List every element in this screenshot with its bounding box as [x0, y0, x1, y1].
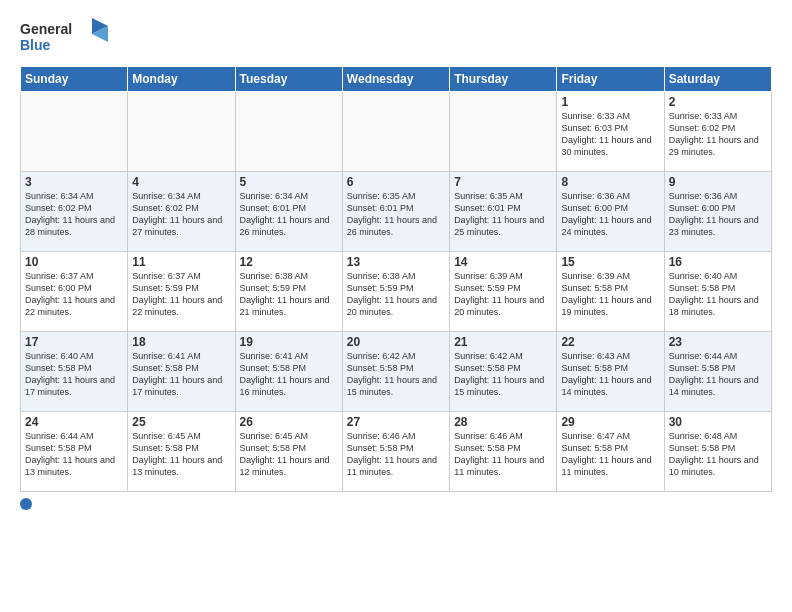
- day-info: Sunrise: 6:36 AM Sunset: 6:00 PM Dayligh…: [561, 190, 659, 239]
- calendar-cell: 9Sunrise: 6:36 AM Sunset: 6:00 PM Daylig…: [664, 172, 771, 252]
- day-info: Sunrise: 6:42 AM Sunset: 5:58 PM Dayligh…: [454, 350, 552, 399]
- logo-area: General Blue: [20, 16, 110, 60]
- day-info: Sunrise: 6:44 AM Sunset: 5:58 PM Dayligh…: [669, 350, 767, 399]
- calendar-cell: 17Sunrise: 6:40 AM Sunset: 5:58 PM Dayli…: [21, 332, 128, 412]
- calendar-cell: 11Sunrise: 6:37 AM Sunset: 5:59 PM Dayli…: [128, 252, 235, 332]
- day-info: Sunrise: 6:44 AM Sunset: 5:58 PM Dayligh…: [25, 430, 123, 479]
- day-number: 5: [240, 175, 338, 189]
- day-info: Sunrise: 6:41 AM Sunset: 5:58 PM Dayligh…: [132, 350, 230, 399]
- calendar-cell: 6Sunrise: 6:35 AM Sunset: 6:01 PM Daylig…: [342, 172, 449, 252]
- day-of-week-header: Saturday: [664, 67, 771, 92]
- day-number: 12: [240, 255, 338, 269]
- calendar-cell: 24Sunrise: 6:44 AM Sunset: 5:58 PM Dayli…: [21, 412, 128, 492]
- day-number: 6: [347, 175, 445, 189]
- day-info: Sunrise: 6:33 AM Sunset: 6:02 PM Dayligh…: [669, 110, 767, 159]
- calendar-week-row: 3Sunrise: 6:34 AM Sunset: 6:02 PM Daylig…: [21, 172, 772, 252]
- calendar-cell: 5Sunrise: 6:34 AM Sunset: 6:01 PM Daylig…: [235, 172, 342, 252]
- day-info: Sunrise: 6:48 AM Sunset: 5:58 PM Dayligh…: [669, 430, 767, 479]
- day-number: 1: [561, 95, 659, 109]
- calendar-cell: 7Sunrise: 6:35 AM Sunset: 6:01 PM Daylig…: [450, 172, 557, 252]
- svg-text:General: General: [20, 21, 72, 37]
- calendar-cell: [235, 92, 342, 172]
- day-info: Sunrise: 6:45 AM Sunset: 5:58 PM Dayligh…: [240, 430, 338, 479]
- day-info: Sunrise: 6:38 AM Sunset: 5:59 PM Dayligh…: [347, 270, 445, 319]
- calendar-cell: 8Sunrise: 6:36 AM Sunset: 6:00 PM Daylig…: [557, 172, 664, 252]
- day-number: 27: [347, 415, 445, 429]
- day-of-week-header: Wednesday: [342, 67, 449, 92]
- day-number: 10: [25, 255, 123, 269]
- day-info: Sunrise: 6:37 AM Sunset: 5:59 PM Dayligh…: [132, 270, 230, 319]
- day-info: Sunrise: 6:33 AM Sunset: 6:03 PM Dayligh…: [561, 110, 659, 159]
- day-info: Sunrise: 6:40 AM Sunset: 5:58 PM Dayligh…: [669, 270, 767, 319]
- day-number: 8: [561, 175, 659, 189]
- calendar-cell: 22Sunrise: 6:43 AM Sunset: 5:58 PM Dayli…: [557, 332, 664, 412]
- calendar-cell: 13Sunrise: 6:38 AM Sunset: 5:59 PM Dayli…: [342, 252, 449, 332]
- day-number: 13: [347, 255, 445, 269]
- day-info: Sunrise: 6:35 AM Sunset: 6:01 PM Dayligh…: [347, 190, 445, 239]
- day-number: 16: [669, 255, 767, 269]
- calendar-cell: 2Sunrise: 6:33 AM Sunset: 6:02 PM Daylig…: [664, 92, 771, 172]
- daylight-dot: [20, 498, 32, 510]
- calendar-cell: 3Sunrise: 6:34 AM Sunset: 6:02 PM Daylig…: [21, 172, 128, 252]
- day-info: Sunrise: 6:36 AM Sunset: 6:00 PM Dayligh…: [669, 190, 767, 239]
- day-info: Sunrise: 6:34 AM Sunset: 6:01 PM Dayligh…: [240, 190, 338, 239]
- day-number: 9: [669, 175, 767, 189]
- day-number: 30: [669, 415, 767, 429]
- day-number: 17: [25, 335, 123, 349]
- day-number: 24: [25, 415, 123, 429]
- calendar-cell: 4Sunrise: 6:34 AM Sunset: 6:02 PM Daylig…: [128, 172, 235, 252]
- calendar-week-row: 24Sunrise: 6:44 AM Sunset: 5:58 PM Dayli…: [21, 412, 772, 492]
- calendar-cell: 12Sunrise: 6:38 AM Sunset: 5:59 PM Dayli…: [235, 252, 342, 332]
- day-info: Sunrise: 6:34 AM Sunset: 6:02 PM Dayligh…: [25, 190, 123, 239]
- calendar-cell: [450, 92, 557, 172]
- day-info: Sunrise: 6:46 AM Sunset: 5:58 PM Dayligh…: [347, 430, 445, 479]
- calendar-cell: 23Sunrise: 6:44 AM Sunset: 5:58 PM Dayli…: [664, 332, 771, 412]
- day-of-week-header: Friday: [557, 67, 664, 92]
- day-number: 25: [132, 415, 230, 429]
- calendar-cell: 27Sunrise: 6:46 AM Sunset: 5:58 PM Dayli…: [342, 412, 449, 492]
- day-info: Sunrise: 6:37 AM Sunset: 6:00 PM Dayligh…: [25, 270, 123, 319]
- day-info: Sunrise: 6:39 AM Sunset: 5:59 PM Dayligh…: [454, 270, 552, 319]
- day-number: 29: [561, 415, 659, 429]
- calendar-cell: [21, 92, 128, 172]
- calendar-cell: 28Sunrise: 6:46 AM Sunset: 5:58 PM Dayli…: [450, 412, 557, 492]
- day-number: 23: [669, 335, 767, 349]
- day-number: 2: [669, 95, 767, 109]
- calendar-cell: 26Sunrise: 6:45 AM Sunset: 5:58 PM Dayli…: [235, 412, 342, 492]
- day-info: Sunrise: 6:38 AM Sunset: 5:59 PM Dayligh…: [240, 270, 338, 319]
- calendar-cell: 29Sunrise: 6:47 AM Sunset: 5:58 PM Dayli…: [557, 412, 664, 492]
- day-info: Sunrise: 6:45 AM Sunset: 5:58 PM Dayligh…: [132, 430, 230, 479]
- day-info: Sunrise: 6:46 AM Sunset: 5:58 PM Dayligh…: [454, 430, 552, 479]
- day-info: Sunrise: 6:42 AM Sunset: 5:58 PM Dayligh…: [347, 350, 445, 399]
- day-number: 11: [132, 255, 230, 269]
- day-info: Sunrise: 6:34 AM Sunset: 6:02 PM Dayligh…: [132, 190, 230, 239]
- day-of-week-header: Sunday: [21, 67, 128, 92]
- footer: [20, 498, 772, 510]
- day-number: 18: [132, 335, 230, 349]
- calendar-week-row: 17Sunrise: 6:40 AM Sunset: 5:58 PM Dayli…: [21, 332, 772, 412]
- page: General Blue SundayMondayTuesdayWednesda…: [0, 0, 792, 520]
- header: General Blue: [20, 16, 772, 60]
- calendar-cell: 1Sunrise: 6:33 AM Sunset: 6:03 PM Daylig…: [557, 92, 664, 172]
- calendar-cell: 30Sunrise: 6:48 AM Sunset: 5:58 PM Dayli…: [664, 412, 771, 492]
- calendar-cell: 19Sunrise: 6:41 AM Sunset: 5:58 PM Dayli…: [235, 332, 342, 412]
- day-number: 20: [347, 335, 445, 349]
- day-of-week-header: Tuesday: [235, 67, 342, 92]
- day-info: Sunrise: 6:41 AM Sunset: 5:58 PM Dayligh…: [240, 350, 338, 399]
- day-number: 22: [561, 335, 659, 349]
- calendar-cell: [342, 92, 449, 172]
- calendar-cell: [128, 92, 235, 172]
- day-number: 14: [454, 255, 552, 269]
- day-number: 19: [240, 335, 338, 349]
- calendar-cell: 14Sunrise: 6:39 AM Sunset: 5:59 PM Dayli…: [450, 252, 557, 332]
- day-number: 7: [454, 175, 552, 189]
- day-of-week-header: Monday: [128, 67, 235, 92]
- svg-text:Blue: Blue: [20, 37, 51, 53]
- calendar-cell: 20Sunrise: 6:42 AM Sunset: 5:58 PM Dayli…: [342, 332, 449, 412]
- calendar-cell: 21Sunrise: 6:42 AM Sunset: 5:58 PM Dayli…: [450, 332, 557, 412]
- calendar-cell: 10Sunrise: 6:37 AM Sunset: 6:00 PM Dayli…: [21, 252, 128, 332]
- day-number: 21: [454, 335, 552, 349]
- calendar-week-row: 1Sunrise: 6:33 AM Sunset: 6:03 PM Daylig…: [21, 92, 772, 172]
- calendar-cell: 16Sunrise: 6:40 AM Sunset: 5:58 PM Dayli…: [664, 252, 771, 332]
- calendar-header-row: SundayMondayTuesdayWednesdayThursdayFrid…: [21, 67, 772, 92]
